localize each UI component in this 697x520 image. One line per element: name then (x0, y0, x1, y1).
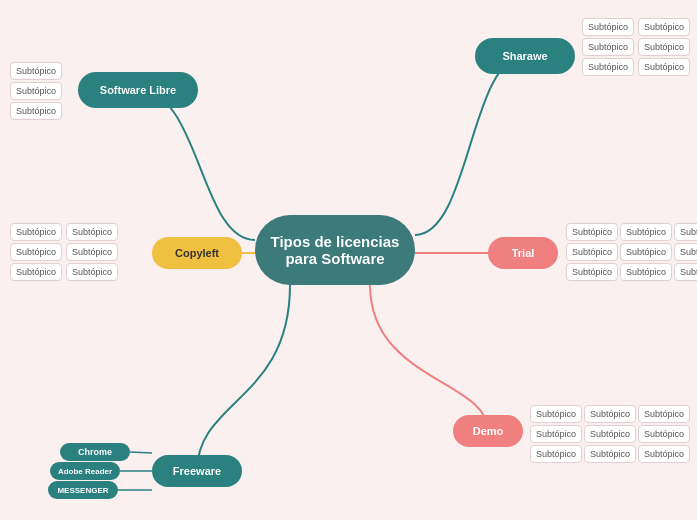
cp-sub-2: Subtópico (66, 223, 118, 241)
center-node: Tipos de licenciaspara Software (255, 215, 415, 285)
demo-label: Demo (473, 425, 504, 437)
cp-sub-1: Subtópico (10, 223, 62, 241)
sl-sub-1: Subtópico (10, 62, 62, 80)
tr-sub-1: Subtópico (566, 223, 618, 241)
tr-sub-8: Subtópico (674, 243, 697, 261)
sh-sub-2: Subtópico (638, 18, 690, 36)
tr-sub-3: Subtópico (566, 243, 618, 261)
dm-sub-6: Subtópico (584, 445, 636, 463)
dm-sub-4: Subtópico (584, 425, 636, 443)
cp-sub-6: Subtópico (66, 263, 118, 281)
dm-sub-2: Subtópico (584, 405, 636, 423)
tr-sub-5: Subtópico (566, 263, 618, 281)
dm-sub-8: Subtópico (638, 425, 690, 443)
trial-node: Trial (488, 237, 558, 269)
tr-sub-4: Subtópico (620, 243, 672, 261)
dm-sub-9: Subtópico (638, 445, 690, 463)
dm-sub-5: Subtópico (530, 445, 582, 463)
dm-sub-1: Subtópico (530, 405, 582, 423)
software-libre-node: Software Libre (78, 72, 198, 108)
center-label: Tipos de licenciaspara Software (271, 233, 400, 267)
sh-sub-6: Subtópico (638, 58, 690, 76)
dm-sub-3: Subtópico (530, 425, 582, 443)
sl-sub-3: Subtópico (10, 102, 62, 120)
adobe-label: Adobe Reader (50, 462, 120, 480)
copyleft-node: Copyleft (152, 237, 242, 269)
messenger-label: MESSENGER (48, 481, 118, 499)
sl-sub-2: Subtópico (10, 82, 62, 100)
cp-sub-5: Subtópico (10, 263, 62, 281)
freeware-label: Freeware (173, 465, 221, 477)
freeware-node: Freeware (152, 455, 242, 487)
software-libre-label: Software Libre (100, 84, 176, 96)
tr-sub-6: Subtópico (620, 263, 672, 281)
sharawe-node: Sharawe (475, 38, 575, 74)
sharawe-label: Sharawe (502, 50, 547, 62)
tr-sub-7: Subtópico (674, 223, 697, 241)
sh-sub-5: Subtópico (582, 58, 634, 76)
tr-sub-2: Subtópico (620, 223, 672, 241)
copyleft-label: Copyleft (175, 247, 219, 259)
trial-label: Trial (512, 247, 535, 259)
sh-sub-3: Subtópico (582, 38, 634, 56)
sh-sub-4: Subtópico (638, 38, 690, 56)
chrome-label: Chrome (60, 443, 130, 461)
dm-sub-7: Subtópico (638, 405, 690, 423)
svg-line-0 (130, 452, 152, 453)
demo-node: Demo (453, 415, 523, 447)
cp-sub-4: Subtópico (66, 243, 118, 261)
cp-sub-3: Subtópico (10, 243, 62, 261)
tr-sub-9: Subtópico (674, 263, 697, 281)
sh-sub-1: Subtópico (582, 18, 634, 36)
